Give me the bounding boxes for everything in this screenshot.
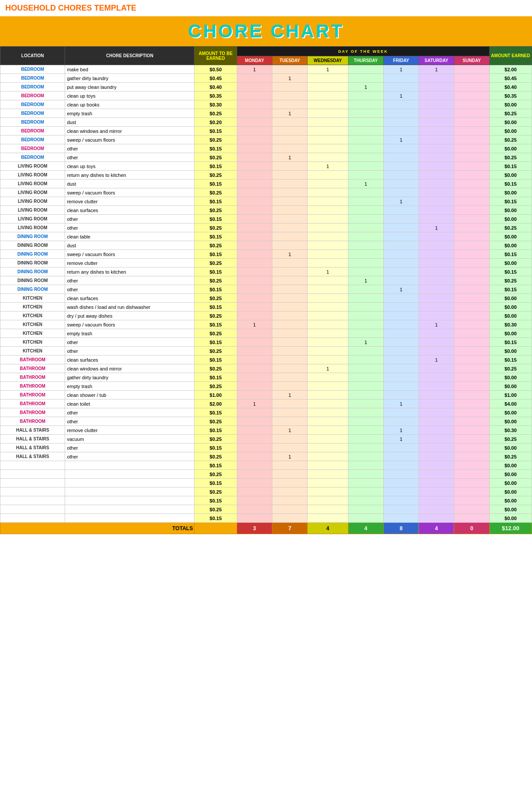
sunday-cell	[454, 197, 489, 206]
monday-cell	[237, 188, 272, 197]
friday-cell	[383, 382, 418, 391]
chore-cell: empty trash	[65, 382, 194, 391]
earned-cell: $0.15	[489, 268, 532, 276]
saturday-cell	[419, 171, 454, 180]
table-row: LIVING ROOMclean up toys$0.151$0.15	[0, 162, 532, 171]
tuesday-cell: 1	[272, 153, 307, 162]
monday-cell	[237, 224, 272, 232]
location-cell: BEDROOM	[0, 118, 65, 127]
thursday-cell	[348, 162, 383, 171]
table-row: BEDROOMclean up toys$0.351$0.35	[0, 92, 532, 100]
thursday-cell	[348, 294, 383, 303]
sunday-cell	[454, 162, 489, 171]
amount-cell: $0.35	[194, 92, 237, 100]
wednesday-cell	[308, 241, 348, 250]
saturday-cell	[419, 470, 454, 479]
sunday-cell	[454, 276, 489, 285]
saturday-cell	[419, 180, 454, 188]
saturday-cell	[419, 417, 454, 426]
wednesday-cell	[308, 144, 348, 153]
sunday-cell	[454, 109, 489, 118]
friday-cell	[383, 250, 418, 259]
monday-cell	[237, 505, 272, 514]
chore-cell: remove clutter	[65, 426, 194, 435]
friday-cell	[383, 488, 418, 496]
tuesday-cell	[272, 461, 307, 470]
friday-cell	[383, 171, 418, 180]
earned-cell: $0.00	[489, 232, 532, 241]
monday-cell: 1	[237, 65, 272, 74]
tuesday-cell: 1	[272, 426, 307, 435]
sunday-cell	[454, 144, 489, 153]
tuesday-cell	[272, 144, 307, 153]
sunday-cell	[454, 320, 489, 329]
sunday-cell	[454, 215, 489, 224]
table-row: BEDROOMclean up books$0.30$0.00	[0, 100, 532, 109]
chore-cell: dust	[65, 180, 194, 188]
saturday-cell: 1	[419, 224, 454, 232]
totals-tuesday: 7	[272, 523, 307, 534]
tuesday-cell: 1	[272, 109, 307, 118]
chore-cell: gather dirty laundry	[65, 373, 194, 382]
chore-cell: remove clutter	[65, 259, 194, 268]
tuesday-cell	[272, 241, 307, 250]
location-cell: DINING ROOM	[0, 250, 65, 259]
friday-cell	[383, 224, 418, 232]
friday-header: FRIDAY	[383, 56, 418, 65]
thursday-cell	[348, 417, 383, 426]
monday-cell	[237, 118, 272, 127]
location-cell: LIVING ROOM	[0, 171, 65, 180]
chore-cell	[65, 470, 194, 479]
earned-cell: $0.40	[489, 83, 532, 92]
table-row: DINING ROOMsweep / vacuum floors$0.151$0…	[0, 250, 532, 259]
sunday-cell	[454, 268, 489, 276]
thursday-cell	[348, 268, 383, 276]
chore-cell: put away clean laundry	[65, 83, 194, 92]
amount-cell: $0.15	[194, 373, 237, 382]
table-row: BEDROOMdust$0.20$0.00	[0, 118, 532, 127]
tuesday-cell	[272, 408, 307, 417]
thursday-cell: 1	[348, 276, 383, 285]
amount-cell: $0.15	[194, 268, 237, 276]
location-header: LOCATION	[0, 47, 65, 65]
thursday-cell: 1	[348, 180, 383, 188]
thursday-cell	[348, 303, 383, 312]
location-cell: LIVING ROOM	[0, 162, 65, 171]
monday-cell	[237, 338, 272, 347]
earned-cell: $0.00	[489, 505, 532, 514]
sunday-cell	[454, 303, 489, 312]
location-cell	[0, 461, 65, 470]
amount-cell: $0.15	[194, 162, 237, 171]
saturday-cell	[419, 488, 454, 496]
sunday-cell	[454, 171, 489, 180]
friday-cell	[383, 444, 418, 452]
thursday-cell	[348, 65, 383, 74]
wednesday-header: WEDNESDAY	[308, 56, 348, 65]
wednesday-cell	[308, 320, 348, 329]
saturday-cell	[419, 100, 454, 109]
location-cell: HALL & STAIRS	[0, 435, 65, 444]
amount-cell: $0.25	[194, 171, 237, 180]
location-cell: BEDROOM	[0, 83, 65, 92]
wednesday-cell	[308, 294, 348, 303]
location-cell	[0, 470, 65, 479]
friday-cell	[383, 303, 418, 312]
tuesday-cell	[272, 312, 307, 320]
sunday-cell	[454, 452, 489, 461]
monday-cell	[237, 496, 272, 505]
amount-cell: $0.15	[194, 232, 237, 241]
tuesday-cell	[272, 206, 307, 215]
tuesday-cell	[272, 320, 307, 329]
saturday-header: SATURDAY	[419, 56, 454, 65]
sunday-cell	[454, 496, 489, 505]
location-cell: BEDROOM	[0, 100, 65, 109]
location-cell	[0, 488, 65, 496]
table-row: LIVING ROOMreturn any dishes to kitchen$…	[0, 171, 532, 180]
monday-cell	[237, 285, 272, 294]
amount-cell: $0.25	[194, 347, 237, 356]
monday-cell	[237, 312, 272, 320]
totals-earned: $12.00	[489, 523, 532, 534]
location-cell: DINING ROOM	[0, 276, 65, 285]
monday-cell	[237, 127, 272, 136]
table-row: LIVING ROOMother$0.251$0.25	[0, 224, 532, 232]
